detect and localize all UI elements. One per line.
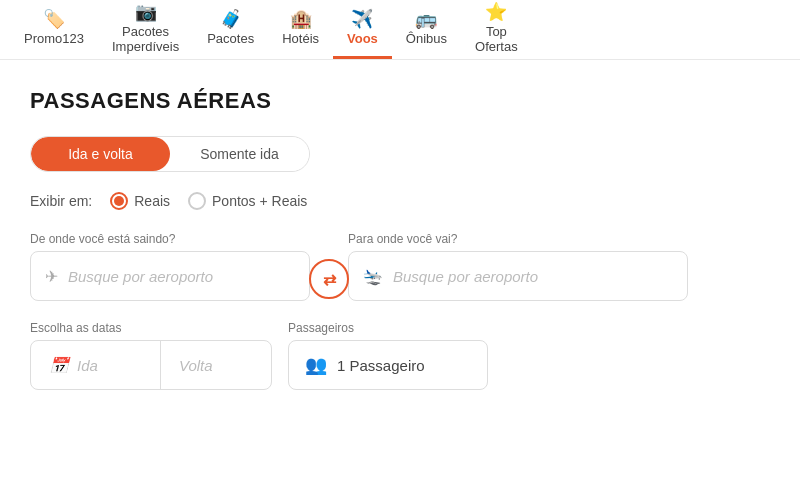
date-group: Escolha as datas 📅 Ida Volta bbox=[30, 321, 272, 390]
main-content: PASSAGENS AÉREAS Ida e volta Somente ida… bbox=[0, 60, 800, 410]
destination-input[interactable]: 🛬 Busque por aeroporto bbox=[348, 251, 688, 301]
dates-label: Escolha as datas bbox=[30, 321, 272, 335]
destination-field-group: Para onde você vai? 🛬 Busque por aeropor… bbox=[348, 232, 688, 301]
top-ofertas-icon: ⭐ bbox=[485, 3, 507, 21]
bottom-row: Escolha as datas 📅 Ida Volta Passageiros… bbox=[30, 321, 770, 390]
destination-placeholder: Busque por aeroporto bbox=[393, 268, 538, 285]
nav-item-pacotes-imperdiveis[interactable]: 📷 Pacotes Imperdíveis bbox=[98, 0, 193, 59]
radio-reais-circle bbox=[110, 192, 128, 210]
nav-item-onibus[interactable]: 🚌 Ônibus bbox=[392, 0, 461, 59]
nav-item-hoteis[interactable]: 🏨 Hotéis bbox=[268, 0, 333, 59]
swap-btn-container: ⇄ bbox=[310, 259, 348, 301]
destination-plane-icon: 🛬 bbox=[363, 267, 383, 286]
exibir-em-row: Exibir em: Reais Pontos + Reais bbox=[30, 192, 770, 210]
volta-placeholder: Volta bbox=[179, 357, 213, 374]
nav-item-voos[interactable]: ✈️ Voos bbox=[333, 0, 392, 59]
nav-item-promo123-label: Promo123 bbox=[24, 31, 84, 46]
origin-input[interactable]: ✈ Busque por aeroporto bbox=[30, 251, 310, 301]
passengers-label: Passageiros bbox=[288, 321, 488, 335]
volta-date-input[interactable]: Volta bbox=[161, 341, 271, 389]
origin-placeholder: Busque por aeroporto bbox=[68, 268, 213, 285]
nav-item-pacotes-label: Pacotes bbox=[207, 31, 254, 46]
swap-airports-button[interactable]: ⇄ bbox=[309, 259, 349, 299]
nav-item-top-ofertas[interactable]: ⭐ Top Ofertas bbox=[461, 0, 532, 59]
promo123-icon: 🏷️ bbox=[43, 10, 65, 28]
toggle-ida-volta[interactable]: Ida e volta bbox=[31, 137, 170, 171]
nav-item-hoteis-label: Hotéis bbox=[282, 31, 319, 46]
radio-pontos-reais-label: Pontos + Reais bbox=[212, 193, 307, 209]
nav-bar: 🏷️ Promo123 📷 Pacotes Imperdíveis 🧳 Paco… bbox=[0, 0, 800, 60]
pacotes-imperdiveis-icon: 📷 bbox=[135, 3, 157, 21]
passengers-value: 1 Passageiro bbox=[337, 357, 425, 374]
nav-item-promo123[interactable]: 🏷️ Promo123 bbox=[10, 0, 98, 59]
nav-item-top-ofertas-label: Top Ofertas bbox=[475, 24, 518, 54]
airport-search-row: De onde você está saindo? ✈ Busque por a… bbox=[30, 232, 770, 301]
passengers-icon: 👥 bbox=[305, 354, 327, 376]
destination-label: Para onde você vai? bbox=[348, 232, 688, 246]
ida-placeholder: Ida bbox=[77, 357, 98, 374]
passengers-input[interactable]: 👥 1 Passageiro bbox=[288, 340, 488, 390]
hoteis-icon: 🏨 bbox=[290, 10, 312, 28]
radio-reais[interactable]: Reais bbox=[110, 192, 170, 210]
ida-date-input[interactable]: 📅 Ida bbox=[31, 341, 161, 389]
calendar-icon-ida: 📅 bbox=[49, 356, 69, 375]
page-title: PASSAGENS AÉREAS bbox=[30, 88, 770, 114]
radio-pontos-reais-circle bbox=[188, 192, 206, 210]
swap-icon: ⇄ bbox=[323, 270, 336, 289]
origin-plane-icon: ✈ bbox=[45, 267, 58, 286]
date-inputs: 📅 Ida Volta bbox=[30, 340, 272, 390]
nav-item-onibus-label: Ônibus bbox=[406, 31, 447, 46]
origin-field-group: De onde você está saindo? ✈ Busque por a… bbox=[30, 232, 310, 301]
trip-type-toggle: Ida e volta Somente ida bbox=[30, 136, 310, 172]
nav-item-voos-label: Voos bbox=[347, 31, 378, 46]
onibus-icon: 🚌 bbox=[415, 10, 437, 28]
origin-label: De onde você está saindo? bbox=[30, 232, 310, 246]
toggle-somente-ida[interactable]: Somente ida bbox=[170, 137, 309, 171]
radio-reais-label: Reais bbox=[134, 193, 170, 209]
nav-item-pacotes[interactable]: 🧳 Pacotes bbox=[193, 0, 268, 59]
voos-icon: ✈️ bbox=[351, 10, 373, 28]
nav-item-pacotes-imperdiveis-label: Pacotes Imperdíveis bbox=[112, 24, 179, 54]
radio-pontos-reais[interactable]: Pontos + Reais bbox=[188, 192, 307, 210]
exibir-em-label: Exibir em: bbox=[30, 193, 92, 209]
passengers-group: Passageiros 👥 1 Passageiro bbox=[288, 321, 488, 390]
pacotes-icon: 🧳 bbox=[220, 10, 242, 28]
